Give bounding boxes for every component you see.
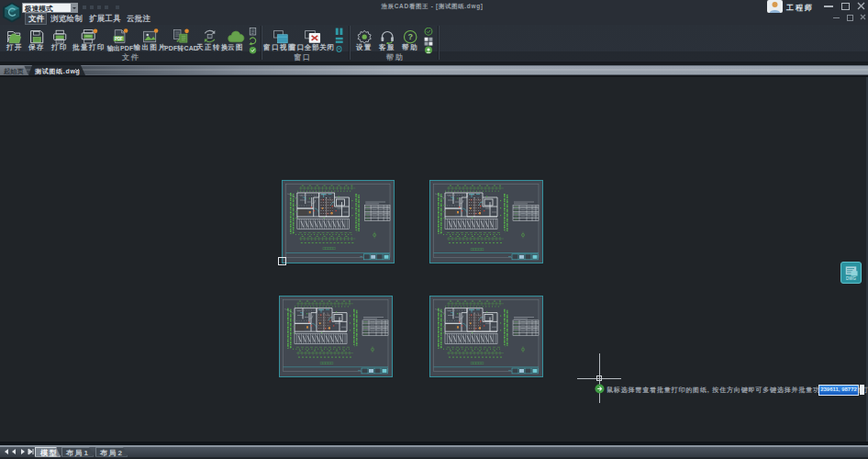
- svg-text:PDF: PDF: [115, 37, 123, 41]
- svg-text:DWG: DWG: [846, 276, 856, 281]
- svg-text:?: ?: [407, 32, 413, 41]
